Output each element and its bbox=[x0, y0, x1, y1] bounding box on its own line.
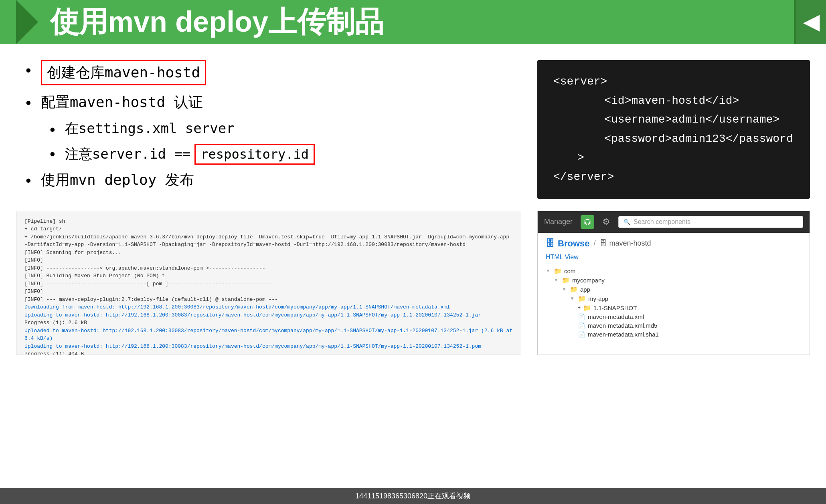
database-icon: 🗄 bbox=[546, 238, 555, 249]
tree-item-my-app[interactable]: ▼ 📁 my-app bbox=[546, 294, 802, 303]
header: 使用mvn deploy上传制品 ◀ bbox=[0, 0, 826, 44]
terminal-line-5: [INFO] bbox=[24, 256, 513, 264]
tree-item-app[interactable]: ▼ 📁 app bbox=[546, 285, 802, 294]
right-panel-top: <server> <id>maven-hostd</id> <username>… bbox=[537, 56, 810, 199]
search-icon: 🔍 bbox=[624, 219, 630, 225]
browse-label[interactable]: 🗄 Browse bbox=[546, 238, 589, 249]
tree-label-file3: maven-metadata.xml.sha1 bbox=[588, 331, 659, 338]
folder-icon-com: 📁 bbox=[554, 267, 562, 275]
nexus-body: 🗄 Browse / 🗄 maven-hostd HTML View ▼ 📁 c… bbox=[538, 233, 810, 345]
tree-label-file2: maven-metadata.xml.md5 bbox=[588, 322, 657, 329]
bullet-item-1: • 创建仓库maven-hostd bbox=[24, 60, 521, 85]
tree-item-file1[interactable]: 📄 maven-metadata.xml bbox=[546, 312, 802, 321]
terminal-line-17: Progress (1): 404 B bbox=[24, 350, 513, 355]
tree-label-com: com bbox=[564, 268, 575, 274]
bullet-list: • 创建仓库maven-hostd • 配置maven-hostd 认证 • 在… bbox=[24, 60, 521, 190]
repository-id-highlight: respository.id bbox=[194, 144, 315, 165]
terminal-line-8: [INFO] --------------------------------[… bbox=[24, 280, 513, 288]
bullet-dot-3: • bbox=[24, 173, 33, 189]
bullet-item-2: • 配置maven-hostd 认证 bbox=[24, 93, 521, 112]
header-corner: ◀ bbox=[794, 0, 826, 44]
file-icon-2: 📄 bbox=[578, 322, 585, 329]
html-view-link[interactable]: HTML View bbox=[546, 254, 802, 261]
tree-label-mycompany: mycompany bbox=[572, 277, 605, 284]
tree-item-mycompany[interactable]: ▼ 📁 mycompany bbox=[546, 276, 802, 285]
bullet-text-1: 创建仓库maven-hostd bbox=[41, 60, 206, 85]
bullet-text-3: 使用mvn deploy 发布 bbox=[41, 170, 194, 190]
xml-line-3: <username>admin</username> bbox=[553, 110, 794, 129]
bullet-text-2: 配置maven-hostd 认证 bbox=[41, 93, 203, 112]
bullet-dot-2: • bbox=[24, 95, 33, 111]
nexus-repo-label[interactable]: 🗄 maven-hostd bbox=[600, 239, 651, 248]
xml-line-1: <server> bbox=[553, 72, 794, 91]
folder-icon-app: 📁 bbox=[570, 286, 578, 293]
terminal-line-16: Uploading to maven-hostd: http://192.168… bbox=[24, 343, 513, 351]
repo-icon: 🗄 bbox=[600, 239, 607, 248]
terminal-line-10: [INFO] --- maven-deploy-plugin:2.7:deplo… bbox=[24, 296, 513, 304]
corner-icon: ◀ bbox=[804, 10, 819, 34]
xml-line-5: </server> bbox=[553, 167, 794, 187]
left-panel: • 创建仓库maven-hostd • 配置maven-hostd 认证 • 在… bbox=[24, 56, 521, 199]
nexus-search-box[interactable]: 🔍 Search components bbox=[618, 216, 803, 228]
terminal-line-3: + /home/jenkins/buildtools/apache-maven-… bbox=[24, 233, 513, 249]
terminal-line-6: [INFO] -----------------< org.apache.mav… bbox=[24, 264, 513, 272]
terminal-line-1: [Pipeline] sh bbox=[24, 218, 513, 226]
tree-connector-mycompany: ▼ bbox=[554, 277, 559, 283]
sub-bullet-dot-2: • bbox=[48, 146, 57, 163]
tree-item-snapshot[interactable]: + 📁 1.1-SNAPSHOT bbox=[546, 303, 802, 312]
nexus-file-tree: ▼ 📁 com ▼ 📁 mycompany ▼ 📁 app ▼ 📁 bbox=[546, 266, 802, 339]
terminal-line-2: + cd target/ bbox=[24, 225, 513, 233]
header-arrow-icon bbox=[16, 0, 38, 44]
tree-connector: ▼ bbox=[546, 268, 551, 274]
footer: 1441151983653068​20正在观看视频 bbox=[0, 488, 826, 504]
nexus-panel: Manager ⚙ 🔍 Search components 🗄 Browse / bbox=[537, 211, 810, 355]
folder-icon-my-app: 📁 bbox=[578, 295, 586, 302]
terminal-line-9: [INFO] bbox=[24, 288, 513, 296]
expand-icon-snapshot: + bbox=[578, 305, 581, 310]
terminal-line-11: Downloading from maven-hostd: http://192… bbox=[24, 303, 513, 311]
terminal-output: [Pipeline] sh + cd target/ + /home/jenki… bbox=[16, 211, 521, 355]
sub-bullet-text-1: 在settings.xml server bbox=[65, 119, 235, 138]
terminal-line-7: [INFO] Building Maven Stub Project (No P… bbox=[24, 272, 513, 280]
tree-connector-my-app: ▼ bbox=[570, 296, 575, 301]
nexus-box-icon[interactable] bbox=[581, 215, 594, 229]
bullet-dot-1: • bbox=[24, 62, 33, 79]
xml-line-2: <id>maven-hostd</id> bbox=[553, 91, 794, 111]
tree-item-file2[interactable]: 📄 maven-metadata.xml.md5 bbox=[546, 321, 802, 330]
folder-icon-snapshot: 📁 bbox=[583, 304, 591, 312]
tree-label-file1: maven-metadata.xml bbox=[588, 313, 644, 320]
file-icon-3: 📄 bbox=[578, 331, 585, 338]
sub-bullet-2: • 注意server.id == respository.id bbox=[48, 144, 521, 165]
folder-icon-mycompany: 📁 bbox=[562, 276, 570, 284]
terminal-line-13: Progress (1): 2.6 kB bbox=[24, 319, 513, 327]
xml-code-block: <server> <id>maven-hostd</id> <username>… bbox=[537, 60, 810, 199]
terminal-line-12: Uploading to maven-hostd: http://192.168… bbox=[24, 311, 513, 319]
terminal-line-4: [INFO] Scanning for projects... bbox=[24, 249, 513, 257]
nexus-header: Manager ⚙ 🔍 Search components bbox=[538, 211, 810, 233]
sub-bullet-list: • 在settings.xml server • 注意server.id == … bbox=[48, 119, 521, 165]
sub-bullet-text-2: 注意server.id == respository.id bbox=[65, 144, 315, 165]
nexus-gear-icon[interactable]: ⚙ bbox=[602, 217, 610, 227]
sub-bullet-1: • 在settings.xml server bbox=[48, 119, 521, 138]
bullet-item-3: • 使用mvn deploy 发布 bbox=[24, 170, 521, 190]
tree-connector-app: ▼ bbox=[562, 286, 567, 292]
bottom-section: [Pipeline] sh + cd target/ + /home/jenki… bbox=[0, 203, 826, 355]
page-title: 使用mvn deploy上传制品 bbox=[50, 3, 384, 41]
search-placeholder-text: Search components bbox=[634, 218, 690, 226]
xml-line-4: <password>admin123</password> bbox=[553, 129, 794, 167]
nexus-breadcrumb: 🗄 Browse / 🗄 maven-hostd bbox=[546, 238, 802, 249]
footer-text: 1441151983653068​20正在观看视频 bbox=[355, 491, 471, 501]
tree-item-file3[interactable]: 📄 maven-metadata.xml.sha1 bbox=[546, 330, 802, 339]
tree-item-com[interactable]: ▼ 📁 com bbox=[546, 266, 802, 276]
xml-file-icon-1: 📄 bbox=[578, 313, 585, 321]
nexus-manager-label: Manager bbox=[544, 218, 573, 226]
breadcrumb-separator: / bbox=[593, 239, 595, 248]
tree-label-snapshot: 1.1-SNAPSHOT bbox=[593, 304, 637, 311]
main-content: • 创建仓库maven-hostd • 配置maven-hostd 认证 • 在… bbox=[0, 44, 826, 199]
tree-label-my-app: my-app bbox=[588, 295, 608, 302]
terminal-line-15: Uploaded to maven-hostd: http://192.168.… bbox=[24, 327, 513, 343]
sub-bullet-dot-1: • bbox=[48, 122, 57, 138]
tree-label-app: app bbox=[580, 286, 590, 293]
